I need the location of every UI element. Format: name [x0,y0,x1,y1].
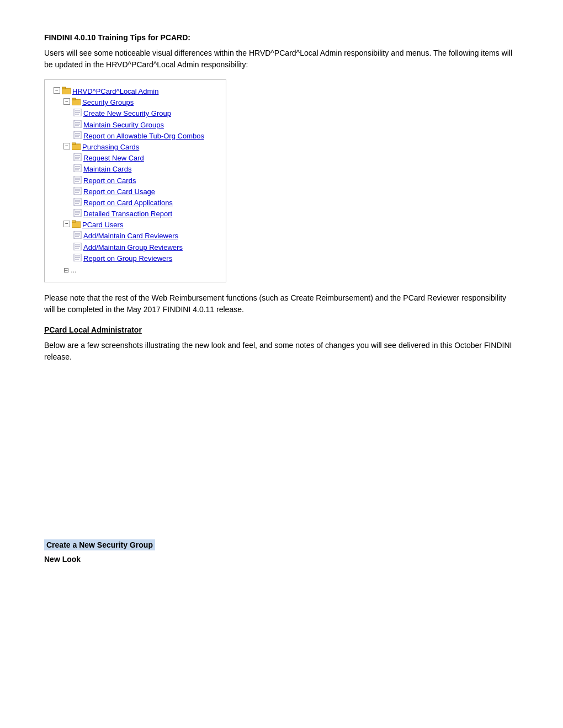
folder-icon-root [62,87,71,94]
tree-create-security-row: Create New Security Group [54,109,217,119]
tree-add-card-reviewers-row: Add/Maintain Card Reviewers [54,231,217,241]
page-icon-maintain-security [73,120,82,128]
section2-text: Below are a few screenshots illustrating… [44,340,519,363]
tree-report-card-usage-label[interactable]: Report on Card Usage [83,187,155,197]
tree-report-group-reviewers-row: Report on Group Reviewers [54,254,217,264]
svg-rect-3 [72,98,76,100]
tree-pcard-users-label[interactable]: PCard Users [82,220,123,230]
tree-security-groups-label[interactable]: Security Groups [82,98,134,108]
tree-maintain-security-label[interactable]: Maintain Security Groups [83,120,164,130]
page-icon-report-allowable [73,131,82,139]
page-icon-report-card-apps [73,198,82,206]
collapse-icon-pcard-users[interactable]: − [63,221,70,227]
tree-maintain-security-row: Maintain Security Groups [54,120,217,130]
tree-add-card-reviewers-label[interactable]: Add/Maintain Card Reviewers [83,231,178,241]
svg-rect-42 [72,222,81,228]
tree-report-group-reviewers-label[interactable]: Report on Group Reviewers [83,254,172,264]
tree-report-cards-row: Report on Cards [54,176,217,186]
svg-rect-16 [72,144,81,150]
screenshots-area [44,374,519,539]
collapse-icon-root[interactable]: − [54,87,60,94]
tree-report-card-apps-label[interactable]: Report on Card Applications [83,198,173,208]
tree-request-new-card-row: Request New Card [54,153,217,163]
tree-detailed-transaction-label[interactable]: Detailed Transaction Report [83,209,172,219]
svg-rect-2 [72,99,81,105]
page-icon-detailed-transaction [73,209,82,217]
tree-report-card-usage-row: Report on Card Usage [54,187,217,197]
page-icon-report-group-reviewers [73,254,82,261]
page-icon-add-card-reviewers [73,231,82,239]
new-look-label: New Look [44,555,519,564]
svg-rect-43 [72,221,76,222]
tree-add-group-reviewers-label[interactable]: Add/Maintain Group Reviewers [83,243,183,253]
note-text: Please note that the rest of the Web Rei… [44,292,519,315]
page-icon-report-card-usage [73,187,82,195]
page-icon-request-card [73,153,82,161]
tree-maintain-cards-row: Maintain Cards [54,164,217,174]
tree-report-allowable-row: Report on Allowable Tub-Org Combos [54,131,217,141]
tree-report-cards-label[interactable]: Report on Cards [83,176,136,186]
folder-icon-security [72,98,81,105]
tree-root-row: − HRVD^PCard^Local Admin [54,87,217,97]
folder-icon-pcard-users [72,220,81,228]
tree-purchasing-cards-row: − Purchasing Cards [54,142,217,152]
tree-security-groups-row: − Security Groups [54,98,217,108]
svg-rect-0 [62,88,71,94]
tree-maintain-cards-label[interactable]: Maintain Cards [83,164,131,174]
page-icon-report-cards [73,176,82,184]
collapse-icon-security[interactable]: − [63,98,70,105]
page-title: FINDINI 4.0.10 Training Tips for PCARD: [44,33,519,42]
tree-container: − HRVD^PCard^Local Admin − Security Grou… [44,79,226,282]
tree-report-card-apps-row: Report on Card Applications [54,198,217,208]
page-icon-add-group-reviewers [73,243,82,250]
tree-report-allowable-label[interactable]: Report on Allowable Tub-Org Combos [83,131,204,141]
tree-add-group-reviewers-row: Add/Maintain Group Reviewers [54,243,217,253]
create-security-group-label: Create a New Security Group [44,539,155,550]
tree-more-indicator: ⊟ ... [54,266,217,275]
intro-text: Users will see some noticeable visual di… [44,47,519,71]
collapse-icon-purchasing[interactable]: − [63,143,70,149]
tree-detailed-transaction-row: Detailed Transaction Report [54,209,217,219]
tree-create-security-label[interactable]: Create New Security Group [83,109,171,119]
page-icon-create-security [73,109,82,116]
svg-rect-1 [62,87,66,89]
svg-rect-17 [72,143,76,144]
tree-pcard-users-row: − PCard Users [54,220,217,230]
tree-root-label[interactable]: HRVD^PCard^Local Admin [72,87,158,97]
bottom-section: Create a New Security Group New Look [44,539,519,564]
tree-purchasing-cards-label[interactable]: Purchasing Cards [82,142,139,152]
tree-request-new-card-label[interactable]: Request New Card [83,153,144,163]
page-icon-maintain-cards [73,164,82,172]
section2-heading: PCard Local Administrator [44,325,519,334]
folder-icon-purchasing [72,142,81,150]
